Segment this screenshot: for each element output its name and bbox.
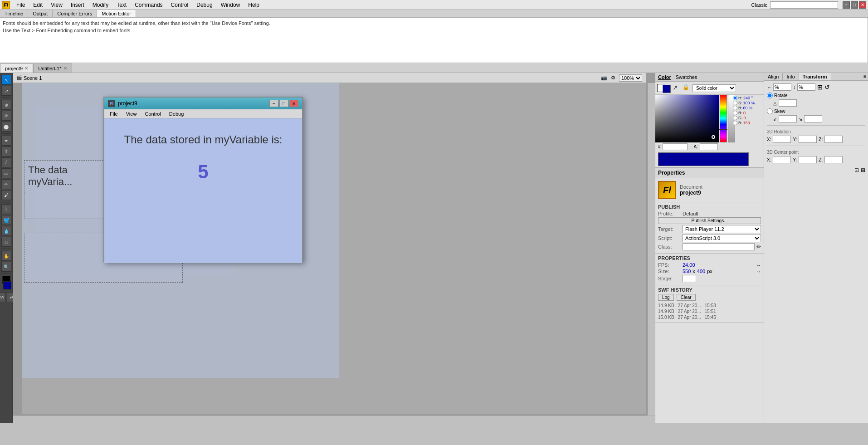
solid-color-select[interactable]: Solid color Linear gradient Radial gradi… bbox=[692, 84, 736, 92]
swatches-tab[interactable]: Swatches bbox=[676, 74, 697, 80]
tool-pen[interactable]: ✒ bbox=[1, 136, 11, 146]
fill-color[interactable] bbox=[3, 281, 11, 289]
menu-window[interactable]: Window bbox=[217, 1, 244, 9]
tool-3d-rotate[interactable]: ⟳ bbox=[1, 111, 11, 121]
lock-tool[interactable]: 🔒 bbox=[683, 84, 691, 92]
skew-v-input[interactable]: 0 bbox=[804, 115, 822, 122]
canvas-scrollbar-horizontal[interactable] bbox=[13, 416, 655, 423]
cz-input[interactable]: 0.0 bbox=[824, 156, 843, 163]
menu-file[interactable]: File bbox=[13, 1, 29, 9]
tool-paint-bucket[interactable]: 🪣 bbox=[1, 215, 11, 225]
panel-collapse-icon[interactable]: ≡ bbox=[862, 73, 868, 80]
hue-bar[interactable] bbox=[720, 95, 727, 142]
tool-line[interactable]: / bbox=[1, 157, 11, 167]
tool-text[interactable]: T bbox=[1, 147, 11, 156]
close-button[interactable]: ✕ bbox=[859, 1, 866, 9]
size-resize-icon[interactable]: ↔ bbox=[756, 269, 761, 274]
x-input[interactable]: 0.0 ° bbox=[773, 136, 791, 143]
swf-clear-button[interactable]: Clear bbox=[677, 294, 696, 301]
link-icon[interactable]: ⊞ bbox=[817, 83, 823, 91]
rotate-input[interactable]: 0.0 ° bbox=[779, 99, 797, 107]
tool-eraser[interactable]: ◻ bbox=[1, 237, 11, 247]
publish-settings-button[interactable]: Publish Settings... bbox=[658, 217, 761, 224]
tool-eyedropper[interactable]: 💧 bbox=[1, 226, 11, 236]
color-tab[interactable]: Color bbox=[658, 74, 671, 80]
stage[interactable]: The data myVaria... Fl project9 bbox=[22, 83, 646, 414]
tool-hand[interactable]: ✋ bbox=[1, 251, 11, 261]
preview-minimize[interactable]: − bbox=[269, 100, 278, 107]
preview-menu-control[interactable]: Control bbox=[141, 111, 164, 117]
class-input[interactable] bbox=[683, 243, 755, 250]
maximize-button[interactable]: □ bbox=[851, 1, 858, 9]
pop-out-icon[interactable]: ⊞ bbox=[861, 167, 865, 173]
tab-info[interactable]: Info bbox=[783, 73, 799, 80]
edit-icon[interactable]: ✏ bbox=[756, 244, 761, 250]
tool-zoom[interactable]: 🔍 bbox=[1, 262, 11, 272]
tool-transform[interactable]: ⊕ bbox=[1, 100, 11, 110]
tab-transform[interactable]: Transform bbox=[799, 73, 831, 80]
menu-view[interactable]: View bbox=[47, 1, 66, 9]
tool-lasso[interactable]: ⬤ bbox=[1, 122, 11, 132]
color-picker[interactable]: H: 240 ° S: 100 % B: 60 % R: 0 G: 0 bbox=[655, 95, 764, 142]
arrow-tool[interactable]: ↗ bbox=[673, 84, 681, 92]
rotate-radio-label[interactable]: Rotate bbox=[767, 93, 865, 98]
hex-input[interactable]: 000099 bbox=[663, 143, 688, 150]
z-input[interactable]: 0.0 ° bbox=[824, 136, 843, 143]
preview-title-bar[interactable]: Fl project9 − □ ✕ bbox=[104, 98, 302, 109]
preview-close[interactable]: ✕ bbox=[289, 100, 298, 107]
tool-pencil[interactable]: ✏ bbox=[1, 179, 11, 189]
preview-window[interactable]: Fl project9 − □ ✕ File View Cont bbox=[103, 97, 303, 262]
color-swatch-big[interactable] bbox=[658, 152, 749, 166]
minimize-button[interactable]: − bbox=[843, 1, 850, 9]
tab-close-untitled[interactable]: ✕ bbox=[63, 66, 67, 71]
resize-icon[interactable]: ↔ bbox=[756, 263, 761, 268]
tab-timeline[interactable]: Timeline bbox=[0, 10, 28, 17]
menu-commands[interactable]: Commands bbox=[131, 1, 166, 9]
preview-maximize[interactable]: □ bbox=[279, 100, 288, 107]
target-select[interactable]: Flash Player 11.2 bbox=[683, 225, 761, 233]
tab-output[interactable]: Output bbox=[28, 10, 53, 17]
skew-h-input[interactable]: 0 bbox=[779, 115, 797, 122]
tab-close-project9[interactable]: ✕ bbox=[24, 66, 28, 71]
fill-tool[interactable] bbox=[663, 85, 671, 93]
reset-icon[interactable]: ↺ bbox=[824, 83, 830, 91]
tool-select[interactable]: ↖ bbox=[1, 75, 11, 85]
scale-w-input[interactable] bbox=[773, 83, 791, 91]
swf-log-button[interactable]: Log bbox=[658, 294, 674, 301]
tab-compiler-errors[interactable]: Compiler Errors bbox=[53, 10, 97, 17]
tool-rectangle[interactable]: ▭ bbox=[1, 168, 11, 178]
doc-tab-untitled[interactable]: Untitled-1* ✕ bbox=[33, 64, 72, 73]
menu-edit[interactable]: Edit bbox=[29, 1, 46, 9]
skew-radio-label[interactable]: Skew bbox=[767, 108, 865, 114]
stage-color-swatch[interactable] bbox=[683, 275, 696, 282]
alpha-input[interactable]: 100 % bbox=[700, 143, 718, 150]
scale-h-input[interactable] bbox=[797, 83, 815, 91]
tool-subselect[interactable]: ↗ bbox=[1, 86, 11, 96]
color-gradient-main[interactable] bbox=[655, 95, 719, 142]
search-input[interactable] bbox=[770, 1, 838, 9]
canvas-scrollbar-vertical[interactable] bbox=[648, 83, 655, 423]
tab-motion-editor[interactable]: Motion Editor bbox=[97, 10, 136, 17]
tool-black-white[interactable]: B/W bbox=[0, 292, 6, 302]
menu-control[interactable]: Control bbox=[167, 1, 192, 9]
tab-align[interactable]: Align bbox=[764, 73, 783, 80]
cx-input[interactable]: 0.0 bbox=[773, 156, 791, 163]
preview-menu-view[interactable]: View bbox=[122, 111, 141, 117]
menu-insert[interactable]: Insert bbox=[67, 1, 88, 9]
skew-radio[interactable] bbox=[767, 108, 773, 114]
expand-icon[interactable]: ⊡ bbox=[854, 167, 859, 173]
zoom-select[interactable]: 100% 50% 200% bbox=[619, 74, 642, 82]
menu-help[interactable]: Help bbox=[244, 1, 263, 9]
cy-input[interactable]: 0.0 bbox=[799, 156, 817, 163]
menu-text[interactable]: Text bbox=[113, 1, 130, 9]
preview-menu-file[interactable]: File bbox=[106, 111, 122, 117]
rotate-radio[interactable] bbox=[767, 93, 773, 98]
script-select[interactable]: ActionScript 3.0 bbox=[683, 234, 761, 242]
menu-debug[interactable]: Debug bbox=[193, 1, 216, 9]
y-input[interactable]: 0.0 ° bbox=[799, 136, 817, 143]
tool-brush[interactable]: 🖌 bbox=[1, 190, 11, 200]
menu-modify[interactable]: Modify bbox=[89, 1, 112, 9]
tool-bone[interactable]: ⌇ bbox=[1, 204, 11, 214]
doc-tab-project9[interactable]: project9 ✕ bbox=[0, 64, 33, 73]
preview-menu-debug[interactable]: Debug bbox=[166, 111, 187, 117]
